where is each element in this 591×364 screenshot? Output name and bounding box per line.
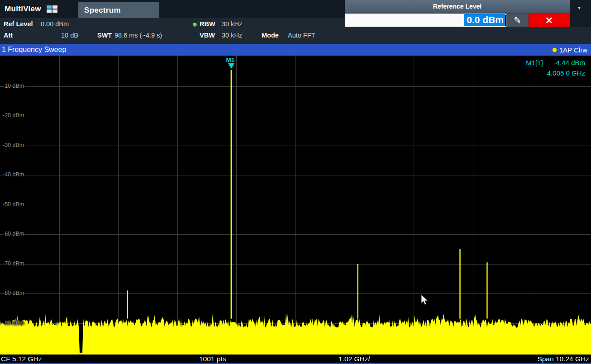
swt-label[interactable]: SWT — [97, 32, 112, 39]
mouse-cursor — [421, 294, 430, 306]
tab-spectrum-label: Spectrum — [84, 6, 121, 15]
vbw-value[interactable]: 30 kHz — [222, 32, 242, 39]
span-readout[interactable]: Span 10.24 GHz — [537, 355, 589, 363]
marker-m1-flag-label[interactable]: M1 — [226, 57, 234, 63]
y-axis-tick-label: -40 dBm — [3, 171, 24, 178]
trace-indicator-label: 1AP Clrw — [559, 46, 587, 54]
trace-indicator[interactable]: 1AP Clrw — [552, 44, 587, 56]
tab-multiview[interactable]: MultiView — [0, 0, 77, 18]
mode-label[interactable]: Mode — [262, 32, 279, 39]
text-caret — [505, 15, 506, 26]
signal-peak — [459, 249, 460, 319]
reference-level-input[interactable]: 0.0 dBm — [345, 14, 506, 27]
marker-frequency: 4.005 0 GHz — [526, 68, 585, 78]
signal-peak — [231, 70, 232, 319]
y-axis-tick-label: -80 dBm — [3, 290, 24, 296]
reference-level-dialog: Reference Level 0.0 dBm ✎ ✕ — [345, 0, 570, 27]
sweep-points-readout[interactable]: 1001 pts — [199, 355, 226, 363]
rbw-value[interactable]: 30 kHz — [222, 20, 242, 28]
y-axis-tick-label: -50 dBm — [3, 201, 24, 208]
att-value[interactable]: 10 dB — [61, 32, 78, 39]
y-axis-tick-label: -20 dBm — [3, 112, 24, 118]
center-frequency-readout[interactable]: CF 5.12 GHz — [1, 355, 42, 363]
scale-per-division-readout[interactable]: 1.02 GHz/ — [338, 355, 370, 363]
close-icon: ✕ — [545, 15, 553, 26]
ref-level-label[interactable]: Ref Level — [4, 20, 33, 28]
multiview-grid-icon — [47, 5, 57, 13]
spectrum-plot-area[interactable]: -10 dBm-20 dBm-30 dBm-40 dBm-50 dBm-60 d… — [0, 56, 591, 355]
reference-level-input-value: 0.0 dBm — [464, 14, 505, 26]
swt-value[interactable]: 98.6 ms (~4.9 s) — [114, 32, 162, 39]
tab-multiview-label: MultiView — [5, 5, 41, 14]
signal-peak — [127, 290, 128, 318]
edit-button[interactable]: ✎ — [507, 14, 528, 27]
y-axis-tick-label: -10 dBm — [3, 83, 24, 89]
y-axis-tick-label: -30 dBm — [3, 142, 24, 148]
vbw-label[interactable]: VBW — [200, 32, 215, 39]
ref-level-value[interactable]: 0.00 dBm — [41, 20, 69, 28]
signal-peak — [357, 264, 358, 319]
tab-spectrum[interactable]: Spectrum — [78, 2, 159, 18]
marker-name: M1[1] — [526, 57, 543, 68]
window-title: 1 Frequency Sweep — [0, 46, 66, 54]
signal-peak — [486, 262, 487, 318]
pencil-icon: ✎ — [514, 15, 521, 26]
y-axis-tick-label: -90 dBm — [3, 320, 24, 326]
dialog-side-panel: ▼ — [570, 0, 591, 27]
rbw-label[interactable]: RBW — [200, 20, 215, 28]
marker-m1-triangle-icon[interactable] — [228, 63, 234, 69]
spectrum-trace-canvas — [0, 56, 591, 355]
trace-color-dot-icon — [552, 47, 557, 52]
marker-readout: M1[1] -4.44 dBm 4.005 0 GHz — [526, 57, 585, 78]
window-title-bar[interactable]: 1 Frequency Sweep 1AP Clrw — [0, 44, 591, 56]
y-axis-tick-label: -60 dBm — [3, 231, 24, 237]
mode-value[interactable]: Auto FFT — [288, 32, 315, 39]
reference-level-dialog-title: Reference Level — [345, 0, 570, 13]
y-axis-tick-label: -70 dBm — [3, 260, 24, 267]
status-green-dot-icon — [193, 23, 197, 27]
att-label[interactable]: Att — [4, 32, 13, 39]
marker-level: -4.44 dBm — [554, 57, 585, 68]
chevron-down-icon[interactable]: ▼ — [577, 5, 581, 10]
close-button[interactable]: ✕ — [529, 14, 570, 27]
spectrum-analyzer-screen: MultiView Spectrum Ref Level 0.00 dBm RB… — [0, 0, 591, 364]
